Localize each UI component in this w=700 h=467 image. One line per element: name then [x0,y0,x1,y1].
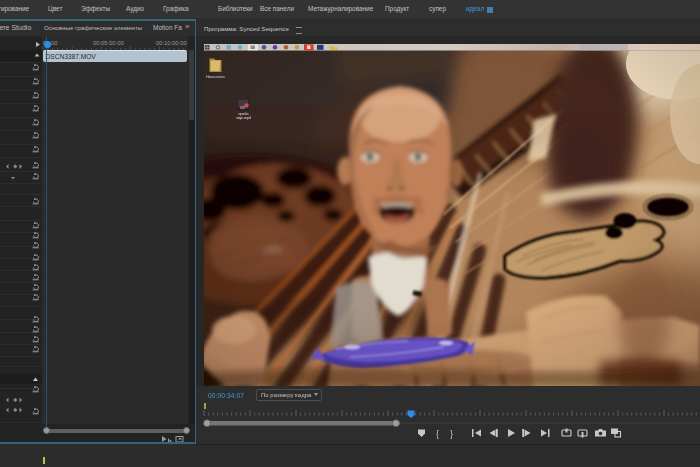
svg-text:}: } [450,429,453,439]
svg-text:звук.mp4: звук.mp4 [236,116,251,120]
svg-text:{: { [436,429,439,439]
svg-text:Новая папка: Новая папка [206,75,225,79]
